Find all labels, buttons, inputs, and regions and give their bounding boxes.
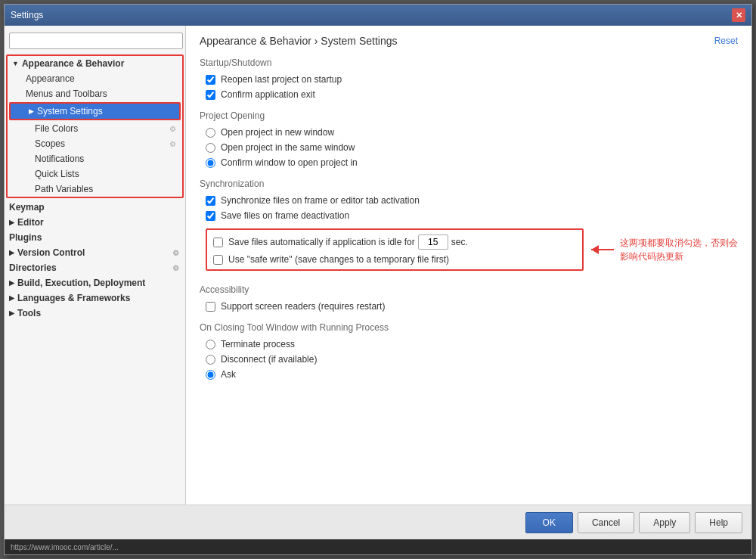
screen-readers-label: Support screen readers (requires restart… — [221, 301, 385, 312]
sidebar-item-build-execution[interactable]: ▶ Build, Execution, Deployment — [5, 275, 185, 290]
sidebar-item-scopes[interactable]: Scopes ⚙ — [8, 136, 182, 151]
safe-write-label: Use "safe write" (save changes to a temp… — [228, 254, 449, 265]
option-disconnect: Disconnect (if available) — [200, 354, 738, 365]
project-opening-title: Project Opening — [200, 110, 738, 121]
search-container — [5, 29, 185, 53]
option-screen-readers: Support screen readers (requires restart… — [200, 301, 738, 312]
arrow-area — [591, 249, 614, 250]
option-confirm-window: Confirm window to open project in — [200, 157, 738, 168]
reopen-last-checkbox[interactable] — [206, 75, 215, 85]
url-text: https://www.imooc.com/article/... — [11, 543, 119, 551]
sync-files-checkbox[interactable] — [206, 196, 215, 206]
option-reopen-last: Reopen last project on startup — [200, 74, 738, 85]
build-expand-icon: ▶ — [9, 279, 14, 287]
save-deactivation-label: Save files on frame deactivation — [221, 210, 349, 221]
sidebar-item-keymap[interactable]: Keymap — [5, 200, 185, 215]
save-auto-label-before: Save files automatically if application … — [228, 237, 415, 247]
option-new-window: Open project in new window — [200, 127, 738, 138]
sidebar-item-path-variables[interactable]: Path Variables — [8, 182, 182, 197]
disconnect-label: Disconnect (if available) — [221, 354, 317, 365]
new-window-label: Open project in new window — [221, 127, 334, 138]
cancel-button[interactable]: Cancel — [578, 512, 634, 533]
confirm-window-label: Confirm window to open project in — [221, 157, 358, 168]
vc-icon: ⚙ — [172, 249, 179, 257]
on-closing-title: On Closing Tool Window with Running Proc… — [200, 322, 738, 333]
disconnect-radio[interactable] — [206, 355, 215, 365]
save-deactivation-checkbox[interactable] — [206, 211, 215, 221]
sync-files-label: Synchronize files on frame or editor tab… — [221, 195, 420, 206]
expand-icon: ▼ — [12, 60, 19, 67]
sidebar-item-tools[interactable]: ▶ Tools — [5, 306, 185, 321]
option-confirm-exit: Confirm application exit — [200, 89, 738, 100]
sidebar: ▼ Appearance & Behavior Appearance Menus… — [5, 26, 186, 505]
breadcrumb-text: Appearance & Behavior › System Settings — [200, 35, 397, 47]
annotation-text: 这两项都要取消勾选，否则会 影响代码热更新 — [620, 236, 738, 263]
idle-time-input[interactable] — [418, 234, 448, 250]
sidebar-item-appearance[interactable]: Appearance — [8, 71, 182, 86]
editor-expand-icon: ▶ — [9, 219, 14, 226]
sidebar-item-plugins[interactable]: Plugins — [5, 230, 185, 245]
option-ask: Ask — [200, 369, 738, 380]
sidebar-item-editor[interactable]: ▶ Editor — [5, 215, 185, 230]
option-terminate: Terminate process — [200, 339, 738, 349]
search-input[interactable] — [9, 33, 183, 49]
expand-icon-system: ▶ — [29, 107, 34, 115]
apply-button[interactable]: Apply — [639, 512, 690, 533]
option-safe-write: Use "safe write" (save changes to a temp… — [213, 254, 576, 265]
sidebar-item-notifications[interactable]: Notifications — [8, 151, 182, 166]
option-save-deactivation: Save files on frame deactivation — [200, 210, 738, 221]
confirm-exit-label: Confirm application exit — [221, 89, 315, 100]
confirm-window-radio[interactable] — [206, 158, 215, 168]
settings-window: Settings ✕ ▼ Appearance & Behavior Appea… — [4, 4, 752, 555]
startup-section-title: Startup/Shutdown — [200, 57, 738, 68]
help-button[interactable]: Help — [695, 512, 742, 533]
sidebar-item-system-settings[interactable]: ▶ System Settings — [11, 104, 179, 119]
system-settings-border: ▶ System Settings — [9, 102, 181, 120]
confirm-exit-checkbox[interactable] — [206, 90, 215, 100]
safe-write-checkbox[interactable] — [213, 255, 223, 265]
sidebar-item-directories[interactable]: Directories ⚙ — [5, 260, 185, 275]
reset-link[interactable]: Reset — [714, 36, 738, 46]
arrow-line — [591, 249, 614, 250]
save-auto-label-after: sec. — [451, 237, 468, 247]
vc-expand-icon: ▶ — [9, 249, 14, 256]
save-auto-checkbox[interactable] — [213, 238, 223, 247]
annotation-container: 这两项都要取消勾选，否则会 影响代码热更新 — [591, 225, 738, 274]
terminate-label: Terminate process — [221, 339, 295, 349]
breadcrumb: Appearance & Behavior › System Settings … — [200, 35, 738, 47]
sidebar-item-quick-lists[interactable]: Quick Lists — [8, 166, 182, 182]
same-window-radio[interactable] — [206, 143, 215, 153]
content-area: Appearance & Behavior › System Settings … — [186, 26, 751, 505]
accessibility-title: Accessibility — [200, 284, 738, 295]
option-sync-files: Synchronize files on frame or editor tab… — [200, 195, 738, 206]
option-same-window: Open project in the same window — [200, 142, 738, 153]
file-colors-icon: ⚙ — [169, 125, 176, 133]
highlight-box: Save files automatically if application … — [206, 228, 584, 271]
sidebar-item-version-control[interactable]: ▶ Version Control ⚙ — [5, 245, 185, 260]
url-bar: https://www.imooc.com/article/... — [5, 539, 751, 554]
lang-expand-icon: ▶ — [9, 294, 14, 302]
sidebar-item-languages-frameworks[interactable]: ▶ Languages & Frameworks — [5, 290, 185, 306]
sidebar-item-menus-toolbars[interactable]: Menus and Toolbars — [8, 86, 182, 101]
terminate-radio[interactable] — [206, 340, 215, 349]
ok-button[interactable]: OK — [525, 512, 573, 533]
arrow-head — [591, 245, 599, 254]
main-area: ▼ Appearance & Behavior Appearance Menus… — [5, 26, 751, 505]
option-save-auto: Save files automatically if application … — [213, 234, 576, 250]
sync-section-title: Synchronization — [200, 179, 738, 189]
reopen-last-label: Reopen last project on startup — [221, 74, 342, 85]
ask-label: Ask — [221, 369, 236, 380]
close-button[interactable]: ✕ — [732, 8, 745, 22]
appearance-section-border: ▼ Appearance & Behavior Appearance Menus… — [6, 54, 184, 198]
ask-radio[interactable] — [206, 370, 215, 380]
highlighted-container: Save files automatically if application … — [200, 225, 738, 274]
dir-icon: ⚙ — [172, 264, 179, 272]
sidebar-item-appearance-behavior[interactable]: ▼ Appearance & Behavior — [8, 56, 182, 71]
footer: OK Cancel Apply Help — [5, 505, 751, 539]
sidebar-item-file-colors[interactable]: File Colors ⚙ — [8, 121, 182, 136]
tools-expand-icon: ▶ — [9, 309, 14, 317]
title-bar: Settings ✕ — [5, 5, 751, 26]
new-window-radio[interactable] — [206, 128, 215, 138]
same-window-label: Open project in the same window — [221, 142, 355, 153]
screen-readers-checkbox[interactable] — [206, 302, 215, 312]
